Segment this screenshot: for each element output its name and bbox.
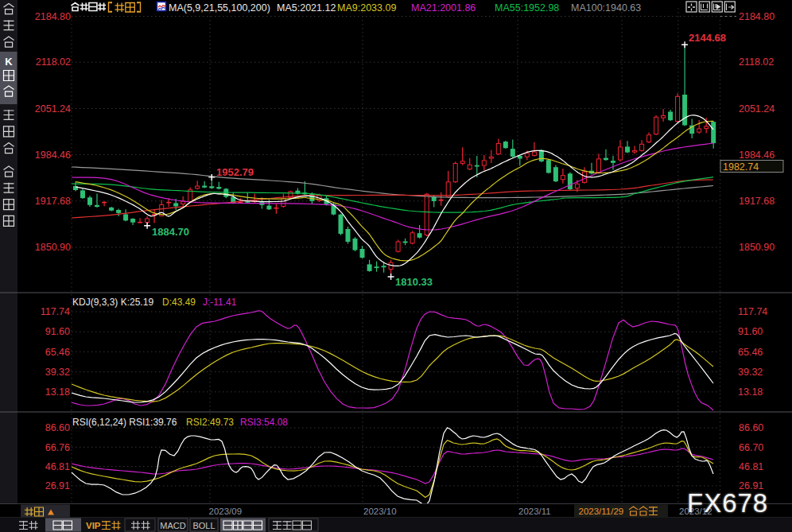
svg-text:2118.02: 2118.02 <box>739 56 774 68</box>
svg-text:86.60: 86.60 <box>45 422 70 433</box>
svg-text:66.70: 66.70 <box>739 442 763 453</box>
svg-text:13.18: 13.18 <box>45 386 70 398</box>
svg-text:MA(5,9,21,55,100,200): MA(5,9,21,55,100,200) <box>169 2 270 14</box>
svg-text:2023/11: 2023/11 <box>518 507 551 516</box>
svg-text:MA9:2033.09: MA9:2033.09 <box>337 2 396 14</box>
svg-text:2023/09: 2023/09 <box>209 507 243 516</box>
svg-text:2184.80: 2184.80 <box>35 11 71 22</box>
svg-text:RSI(6,12,24) RSI1:39.76: RSI(6,12,24) RSI1:39.76 <box>72 417 177 428</box>
svg-text:MA21:2001.86: MA21:2001.86 <box>411 2 476 14</box>
svg-text:2184.80: 2184.80 <box>739 11 775 22</box>
svg-text:MA55:1952.98: MA55:1952.98 <box>495 2 559 14</box>
svg-text:1917.68: 1917.68 <box>739 196 775 207</box>
svg-text:117.74: 117.74 <box>738 306 767 317</box>
svg-text:117.74: 117.74 <box>41 306 70 317</box>
svg-text:FX678: FX678 <box>687 488 768 518</box>
svg-text:2051.24: 2051.24 <box>739 103 775 115</box>
svg-text:MA100:1940.63: MA100:1940.63 <box>571 2 641 14</box>
svg-text:39.32: 39.32 <box>45 367 70 378</box>
svg-text:26.91: 26.91 <box>45 480 70 491</box>
svg-text:91.60: 91.60 <box>45 326 70 337</box>
svg-text:1850.90: 1850.90 <box>35 242 71 253</box>
svg-text:MACD: MACD <box>160 521 185 530</box>
svg-text:2144.68: 2144.68 <box>689 32 726 44</box>
svg-text:1884.70: 1884.70 <box>152 226 189 238</box>
svg-text:2023/11/29: 2023/11/29 <box>579 507 624 516</box>
svg-text:46.81: 46.81 <box>739 461 763 472</box>
svg-text:J:-11.41: J:-11.41 <box>203 297 237 308</box>
svg-text:1917.68: 1917.68 <box>35 196 71 207</box>
svg-text:1810.33: 1810.33 <box>395 276 433 288</box>
svg-text:D:43.49: D:43.49 <box>162 297 196 308</box>
svg-text:65.46: 65.46 <box>738 347 763 358</box>
svg-text:2118.02: 2118.02 <box>36 56 71 68</box>
svg-text:1984.46: 1984.46 <box>35 150 71 161</box>
svg-text:2023/10: 2023/10 <box>363 507 397 516</box>
svg-text:65.46: 65.46 <box>45 347 70 358</box>
svg-text:VIP: VIP <box>86 521 101 530</box>
svg-text:39.32: 39.32 <box>738 367 763 378</box>
svg-text:66.76: 66.76 <box>45 442 70 453</box>
svg-text:2051.24: 2051.24 <box>35 103 71 115</box>
svg-text:K: K <box>5 56 13 68</box>
svg-text:MA5:2021.12: MA5:2021.12 <box>277 2 336 14</box>
svg-text:13.18: 13.18 <box>738 386 763 398</box>
svg-text:1984.46: 1984.46 <box>739 150 775 161</box>
svg-text:46.81: 46.81 <box>45 461 70 472</box>
svg-text:86.60: 86.60 <box>739 422 763 433</box>
svg-text:1982.74: 1982.74 <box>723 161 759 173</box>
svg-text:KDJ(9,3,3) K:25.19: KDJ(9,3,3) K:25.19 <box>72 297 153 308</box>
svg-text:1952.79: 1952.79 <box>216 166 254 178</box>
svg-text:91.60: 91.60 <box>738 326 763 337</box>
svg-text:1850.90: 1850.90 <box>739 242 775 253</box>
svg-text:BOLL: BOLL <box>192 521 215 530</box>
svg-text:RSI3:54.08: RSI3:54.08 <box>240 417 288 428</box>
svg-text:RSI2:49.73: RSI2:49.73 <box>186 417 234 428</box>
